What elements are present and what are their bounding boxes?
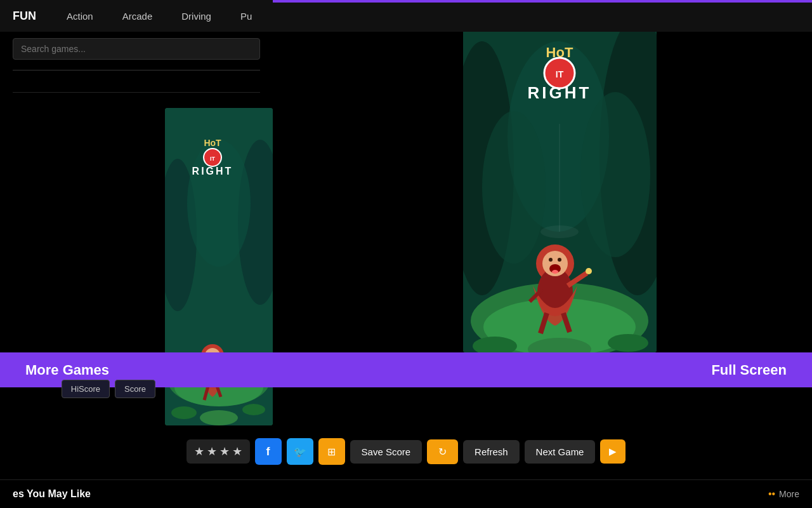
svg-point-42 <box>544 58 575 88</box>
svg-point-27 <box>471 283 648 352</box>
svg-point-46 <box>608 334 648 352</box>
next-game-button[interactable]: Next Game <box>525 440 596 464</box>
svg-line-12 <box>204 386 208 400</box>
facebook-icon: f <box>266 445 270 458</box>
more-link[interactable]: •• More <box>768 488 799 500</box>
star-2[interactable]: ★ <box>207 444 217 458</box>
brand-logo: FUN <box>13 10 36 23</box>
svg-text:RIGHT: RIGHT <box>192 166 233 177</box>
svg-point-3 <box>187 140 251 267</box>
svg-line-40 <box>563 313 570 332</box>
facebook-button[interactable]: f <box>255 438 282 465</box>
svg-point-34 <box>542 251 568 276</box>
svg-point-19 <box>242 404 265 415</box>
top-accent-bar <box>273 0 812 3</box>
svg-point-47 <box>528 338 591 352</box>
svg-point-30 <box>537 268 573 316</box>
divider-2 <box>13 92 260 93</box>
svg-point-26 <box>580 92 650 257</box>
score-area: HiScore Score <box>62 380 155 398</box>
search-input[interactable] <box>13 38 260 60</box>
svg-point-37 <box>549 264 561 273</box>
score-icon-button[interactable]: ⊞ <box>318 438 345 465</box>
navbar: FUN Action Arcade Driving Pu <box>0 0 812 32</box>
svg-point-24 <box>508 41 609 232</box>
refresh-label: Refresh <box>475 446 508 457</box>
game-preview-large[interactable]: HoT IT RIGHT <box>463 10 657 352</box>
svg-text:HoT: HoT <box>546 44 573 60</box>
svg-point-15 <box>204 149 221 166</box>
refresh-button[interactable]: Refresh <box>463 440 520 464</box>
star-4[interactable]: ★ <box>232 444 242 458</box>
svg-point-35 <box>549 258 553 262</box>
next-arrow-icon: ▶ <box>609 446 617 457</box>
more-games-label: More Games <box>25 362 109 378</box>
svg-line-39 <box>540 313 547 333</box>
nav-item-action[interactable]: Action <box>62 8 98 25</box>
svg-text:RIGHT: RIGHT <box>528 83 592 102</box>
save-score-label: Save Score <box>362 446 411 457</box>
svg-point-45 <box>473 337 517 352</box>
divider-1 <box>13 70 260 70</box>
svg-point-32 <box>586 268 592 274</box>
svg-point-22 <box>463 41 514 295</box>
save-score-button[interactable]: Save Score <box>350 440 422 464</box>
twitter-button[interactable]: 🐦 <box>287 438 313 465</box>
svg-point-29 <box>536 244 574 283</box>
svg-line-33 <box>530 289 542 302</box>
svg-point-20 <box>200 410 238 425</box>
refresh-icon-button[interactable]: ↻ <box>427 439 458 464</box>
svg-rect-21 <box>463 10 657 352</box>
action-bar: ★ ★ ★ ★ f 🐦 ⊞ Save Score ↻ Refresh Next … <box>0 432 812 471</box>
more-label: More <box>779 489 799 499</box>
svg-text:IT: IT <box>556 69 564 79</box>
svg-point-38 <box>552 270 558 274</box>
star-3[interactable]: ★ <box>219 444 230 458</box>
stars-rating[interactable]: ★ ★ ★ ★ <box>187 439 250 464</box>
more-dots-icon: •• <box>768 488 775 500</box>
may-like-text: es You May Like <box>13 488 91 500</box>
star-1[interactable]: ★ <box>194 444 204 458</box>
nav-item-driving[interactable]: Driving <box>176 8 216 25</box>
svg-text:HoT: HoT <box>204 138 221 148</box>
bottom-section: es You May Like •• More <box>0 479 812 508</box>
score-pill-1: HiScore <box>62 380 110 398</box>
svg-point-28 <box>483 298 636 352</box>
svg-point-49 <box>540 225 579 238</box>
nav-item-arcade[interactable]: Arcade <box>117 8 158 25</box>
svg-line-13 <box>217 386 221 397</box>
score-pill-2: Score <box>115 380 155 398</box>
svg-point-1 <box>165 159 197 311</box>
next-game-label: Next Game <box>536 446 584 457</box>
svg-text:IT: IT <box>210 156 216 162</box>
search-area <box>0 32 273 66</box>
score-icon: ⊞ <box>327 446 336 458</box>
refresh-icon: ↻ <box>438 446 447 458</box>
svg-point-18 <box>171 406 197 419</box>
svg-point-25 <box>482 111 546 264</box>
twitter-icon: 🐦 <box>294 446 306 458</box>
nav-item-puzzle[interactable]: Pu <box>235 8 257 25</box>
next-game-arrow-button[interactable]: ▶ <box>600 439 625 464</box>
full-screen-label: Full Screen <box>711 362 787 378</box>
svg-line-31 <box>568 273 587 286</box>
svg-point-2 <box>238 140 273 305</box>
svg-point-23 <box>599 16 657 295</box>
svg-point-36 <box>558 258 561 262</box>
